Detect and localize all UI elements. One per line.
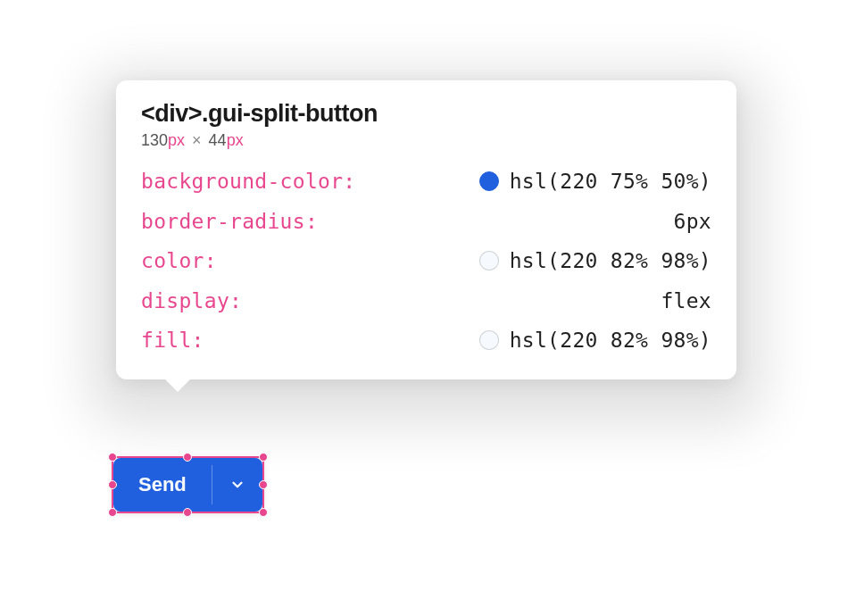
property-value: flex	[661, 286, 711, 317]
color-swatch-icon	[479, 171, 499, 191]
gui-split-button[interactable]: Send	[113, 458, 262, 512]
property-value: hsl(220 82% 98%)	[479, 246, 711, 277]
height-value: 44	[209, 131, 227, 149]
element-dimensions: 130px × 44px	[141, 131, 711, 150]
send-button[interactable]: Send	[113, 458, 212, 512]
css-property-row: display: flex	[141, 286, 711, 317]
split-button-selection-wrapper: Send	[113, 458, 262, 512]
property-value: hsl(220 75% 50%)	[479, 166, 711, 197]
css-property-row: border-radius: 6px	[141, 206, 711, 237]
property-name: color	[141, 246, 204, 277]
css-property-row: background-color: hsl(220 75% 50%)	[141, 166, 711, 197]
property-name: fill	[141, 325, 192, 356]
chevron-down-icon	[229, 477, 245, 493]
width-unit: px	[168, 131, 185, 149]
property-value: hsl(220 82% 98%)	[479, 325, 711, 356]
css-property-row: color: hsl(220 82% 98%)	[141, 246, 711, 277]
property-name: border-radius	[141, 206, 305, 237]
property-name: background-color	[141, 166, 343, 197]
property-value: 6px	[674, 206, 711, 237]
width-value: 130	[141, 131, 168, 149]
height-unit: px	[227, 131, 244, 149]
css-property-row: fill: hsl(220 82% 98%)	[141, 325, 711, 356]
element-selector: <div>.gui-split-button	[141, 100, 711, 128]
devtools-tooltip: <div>.gui-split-button 130px × 44px back…	[116, 80, 736, 379]
dimension-separator: ×	[192, 131, 202, 149]
color-swatch-icon	[479, 330, 499, 350]
property-name: display	[141, 286, 229, 317]
css-properties-list: background-color: hsl(220 75% 50%) borde…	[141, 166, 711, 356]
color-swatch-icon	[479, 251, 499, 271]
dropdown-toggle-button[interactable]	[212, 458, 262, 512]
